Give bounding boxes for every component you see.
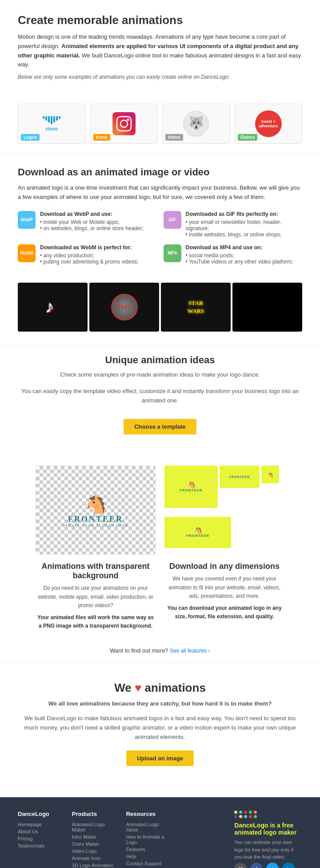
instagram-icon [116, 116, 132, 132]
logo-item-intros[interactable]: 🐺 Intros [162, 104, 230, 144]
bar2 [45, 116, 47, 121]
footer-col-brand: DanceLogo is a free animated logo maker … [234, 811, 302, 868]
love-para: We built DanceLogo to make fabulous anim… [18, 714, 302, 742]
footer-link-animated-logo[interactable]: Animated Logo Maker [72, 822, 117, 832]
dot-4 [249, 811, 252, 814]
gif-point-2: inside websites, blogs, or online shops; [186, 231, 303, 238]
logo-badge-intros: Intros [165, 134, 183, 141]
bar1 [43, 116, 44, 119]
anim-text-left: Animations with transparent background D… [36, 562, 156, 630]
footer-link-features[interactable]: Features [126, 847, 172, 852]
gif-badge: GIF [164, 211, 181, 229]
bar5 [53, 116, 55, 122]
bar6 [56, 116, 58, 121]
mp4-title: Download as MP4 and use on: [186, 244, 293, 251]
footer-dots [234, 811, 302, 818]
dot-6 [234, 815, 237, 818]
logo-item-icons[interactable]: Icons [90, 104, 158, 144]
hero-para: Motion design is one of the leading tren… [18, 32, 302, 69]
mp4-text: Download as MP4 and use on: social media… [186, 244, 293, 265]
dot-2 [239, 811, 242, 814]
download-item-mp4: MP4 Download as MP4 and use on: social m… [164, 244, 303, 265]
logo-item-outros[interactable]: travel + adventure Outros [235, 104, 303, 144]
footer-link-animate-icon[interactable]: Animate Icon [72, 856, 117, 861]
video-thumb-tiktok[interactable]: ♪ ♪ ♪ [18, 283, 88, 332]
fronteer-logo: 🐴 FRONTEER UPDATE YOUR SLOGAN HERE [63, 494, 128, 527]
spacer [0, 779, 320, 797]
webp-text: Download as WebP and use: inside your We… [40, 211, 144, 231]
svg-text:🐺: 🐺 [188, 116, 204, 130]
footer-link-homepage[interactable]: Homepage [18, 822, 63, 827]
download-intro: An animated logo is a one-time investmen… [18, 183, 302, 202]
fiat-logo: FIAT [111, 294, 138, 320]
hero-subtitle: Below are only some examples of animatio… [18, 73, 302, 81]
svg-rect-0 [117, 117, 131, 131]
mini-horse-3: 🐴 [194, 527, 202, 534]
footer-col-resources: Resources Animated Logo Ideas How to Ani… [126, 811, 172, 868]
download-grid: WebP Download as WebP and use: inside yo… [18, 211, 302, 265]
dot-5 [254, 811, 257, 814]
logo-badge-icons: Icons [93, 134, 110, 141]
webm-title: Downloaded as WebM is perfect for: [40, 244, 139, 251]
social-twitter-icon[interactable]: t [266, 863, 279, 868]
dot-3 [244, 811, 247, 814]
cisco-bars [43, 116, 60, 124]
dot-8 [244, 815, 247, 818]
logo-item-cisco[interactable]: cisco Logos [18, 104, 86, 144]
footer-link-outro[interactable]: Outro Maker [72, 841, 117, 847]
love-title-end: animations [145, 681, 206, 694]
footer-link-ideas[interactable]: Animated Logo Ideas [126, 822, 172, 832]
logo-badge-outros: Outros [238, 134, 258, 141]
webp-point-2: on websites, blogs, or online store head… [40, 225, 144, 231]
footer-col-products: Products Animated Logo Maker Intro Maker… [72, 811, 117, 868]
choose-template-button[interactable]: Choose a template [124, 419, 196, 434]
travel-text1: travel + [261, 119, 276, 124]
mp4-badge: MP4 [164, 244, 181, 262]
footer-brand-desc: You can animate your own logo for free a… [234, 839, 302, 861]
logo-badge-logos: Logos [21, 134, 40, 141]
footer-link-help[interactable]: Help [126, 854, 172, 859]
cisco-text: cisco [43, 126, 60, 131]
footer-link-contact[interactable]: Contact Support [126, 861, 172, 866]
see-all-link[interactable]: See all features › [170, 648, 210, 654]
video-thumb-starwars[interactable]: STARWARS [161, 283, 231, 332]
gif-title: Downloaded as GIF fits perfectly on: [186, 211, 303, 217]
webm-list: any video production; putting over adver… [40, 252, 139, 265]
footer-col-spacer [180, 811, 225, 868]
footer-link-pricing[interactable]: Pricing [18, 836, 63, 841]
webp-badge: WebP [18, 211, 36, 229]
footer-link-about[interactable]: About Us [18, 829, 63, 834]
download-p2-right: You can download your animated logo in a… [164, 604, 284, 621]
starwars-text: STARWARS [188, 299, 204, 315]
video-thumb-fiat[interactable]: FIAT [89, 283, 159, 332]
footer: DanceLogo Homepage About Us Pricing Test… [0, 797, 320, 868]
social-email-icon[interactable]: ✉ [234, 863, 247, 868]
tiktok-icon: ♪ ♪ ♪ [44, 297, 62, 317]
upload-image-button[interactable]: Upload an image [126, 750, 194, 766]
footer-link-intro[interactable]: Intro Maker [72, 834, 117, 840]
anim-section: 🐴 FRONTEER UPDATE YOUR SLOGAN HERE Anima… [18, 457, 302, 643]
video-thumb-blank[interactable] [232, 283, 302, 332]
unique-section: Unique animation ideas Check some exampl… [0, 345, 320, 443]
unique-title: Unique animation ideas [18, 354, 302, 366]
social-linkedin-icon[interactable]: in [282, 863, 295, 868]
footer-col2-title: Products [72, 811, 117, 817]
anim-title-left: Animations with transparent background [36, 562, 156, 580]
gif-point-1: your email or newsletter footer, header,… [186, 219, 303, 231]
footer-link-how-to[interactable]: How to Animate a Logo [126, 834, 172, 845]
download-item-webp: WebP Download as WebP and use: inside yo… [18, 211, 157, 238]
love-subtitle: We all love animations because they are … [18, 699, 302, 709]
footer-link-3d-logo[interactable]: 3D Logo Animation [72, 863, 117, 868]
mini-brand-1: FRONTEER [180, 488, 203, 492]
social-facebook-icon[interactable]: f [250, 863, 263, 868]
download-title-right: Download in any dimensions [164, 562, 284, 571]
instagram-logo [112, 112, 136, 135]
mp4-point-1: social media posts; [186, 252, 293, 259]
hero-section: Create memorable animations Motion desig… [0, 0, 320, 99]
footer-col1-title: DanceLogo [18, 811, 63, 817]
mini-brand-2: FRONTEER [229, 475, 250, 479]
footer-link-testimonials[interactable]: Testimonials [18, 843, 63, 848]
webp-title: Download as WebP and use: [40, 211, 144, 217]
footer-link-video-logo[interactable]: Video Logo [72, 848, 117, 854]
download-p1-right: We have you covered even if you need you… [164, 575, 284, 600]
